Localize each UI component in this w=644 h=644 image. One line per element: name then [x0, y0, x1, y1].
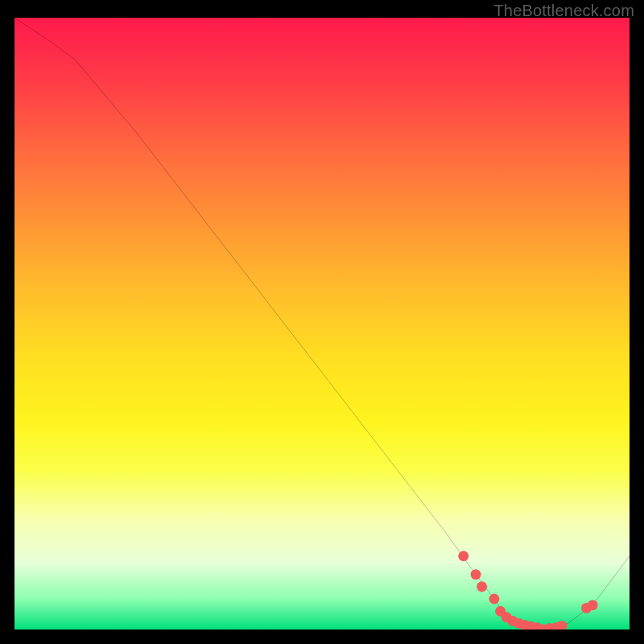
- curve-markers: [458, 551, 597, 630]
- marker-dot: [471, 569, 481, 580]
- marker-dot: [458, 551, 469, 561]
- marker-dot: [556, 621, 567, 630]
- chart-stage: TheBottleneck.com: [0, 0, 644, 644]
- bottleneck-curve: [14, 18, 630, 630]
- bottleneck-curve-path: [14, 18, 630, 630]
- marker-dot: [477, 581, 487, 592]
- marker-dot: [489, 594, 499, 605]
- plot-area: [14, 18, 630, 630]
- curve-layer: [14, 18, 630, 630]
- marker-dot: [588, 600, 598, 610]
